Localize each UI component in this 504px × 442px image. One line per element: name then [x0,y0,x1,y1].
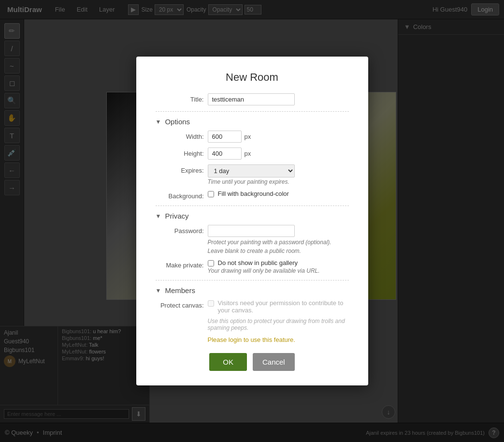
expires-select[interactable]: 1 day 1 week 1 month Never [208,164,295,177]
background-row: Background: Fill with background-color [156,190,349,200]
password-hint-2: Leave blank to create a public room. [208,248,331,254]
width-px-label: px [245,133,251,140]
privacy-section-label: Privacy [165,212,188,220]
protect-canvas-row: Protect canvas: Visitors need your permi… [156,299,349,343]
title-input[interactable] [208,93,295,105]
expires-hint: Time until your painting expires. [208,178,295,185]
width-label: Width: [156,131,204,140]
members-section-label: Members [165,286,195,295]
background-checkbox-label: Fill with background-color [218,190,289,197]
privacy-chevron-icon: ▼ [156,213,161,220]
protect-canvas-checkbox-row: Visitors need your permission to contrib… [208,299,349,314]
expires-row: Expires: 1 day 1 week 1 month Never Time… [156,164,349,185]
divider-3 [156,280,349,280]
height-row: Height: px [156,147,349,160]
width-control: px [208,131,349,143]
new-room-modal: New Room Title: ▼ Options Width: px Heig… [136,57,368,385]
make-private-checkbox-label: Do not show in public gallery [218,259,298,266]
background-label: Background: [156,190,204,200]
divider-2 [156,206,349,206]
members-section-header: ▼ Members [156,286,349,295]
title-control [208,93,349,105]
title-row: Title: [156,93,349,105]
make-private-hint: Your drawing will only be available via … [208,267,320,274]
make-private-checkbox-row: Do not show in public gallery [208,259,320,266]
cancel-button[interactable]: Cancel [253,353,295,371]
protect-canvas-label: Protect canvas: [156,299,204,309]
height-input[interactable] [208,147,242,160]
height-control: px [208,147,349,160]
make-private-row: Make private: Do not show in public gall… [156,259,349,274]
background-checkbox[interactable] [208,191,214,197]
make-private-checkbox[interactable] [208,260,214,266]
height-px-label: px [245,150,251,157]
width-input[interactable] [208,131,242,143]
options-section-label: Options [165,118,190,126]
expires-label: Expires: [156,164,204,174]
protect-canvas-hint: Use this option to protect your drawing … [208,318,349,331]
options-chevron-icon: ▼ [156,118,161,125]
protect-canvas-checkbox-label: Visitors need your permission to contrib… [218,299,349,314]
password-row: Password: Protect your painting with a p… [156,225,349,254]
protect-canvas-checkbox[interactable] [208,300,214,307]
modal-buttons: OK Cancel [156,353,349,371]
password-input[interactable] [208,225,295,237]
width-row: Width: px [156,131,349,143]
login-link[interactable]: Please login to use this feature. [208,336,349,343]
ok-button[interactable]: OK [209,353,247,371]
modal-title: New Room [156,71,349,84]
password-hint-1: Protect your painting with a password (o… [208,239,331,246]
modal-overlay: New Room Title: ▼ Options Width: px Heig… [0,0,504,442]
members-chevron-icon: ▼ [156,287,161,294]
privacy-section-header: ▼ Privacy [156,212,349,220]
password-label: Password: [156,225,204,235]
background-checkbox-row: Fill with background-color [208,190,289,197]
make-private-label: Make private: [156,259,204,269]
height-label: Height: [156,147,204,157]
divider-1 [156,111,349,112]
options-section-header: ▼ Options [156,118,349,126]
title-label: Title: [156,93,204,103]
